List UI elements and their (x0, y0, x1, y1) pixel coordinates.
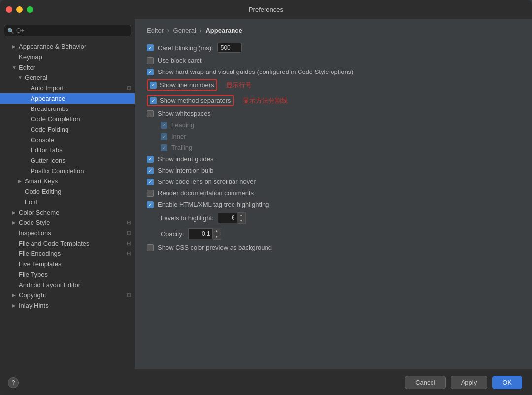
sidebar-item-label: Code Editing (25, 188, 131, 195)
sidebar-item-keymap[interactable]: Keymap (0, 52, 135, 62)
spacer-icon (12, 282, 17, 287)
copy-icon: ⊞ (127, 219, 131, 226)
sidebar-item-label: General (25, 74, 131, 81)
label-code-lens: Show code lens on scrollbar hover (158, 178, 256, 185)
breadcrumb-separator: › (200, 27, 201, 34)
checkbox-hard-wrap[interactable] (147, 69, 154, 75)
label-method-separators: Show method separators (160, 97, 231, 104)
minimize-button[interactable] (16, 6, 23, 13)
sidebar-item-label: Copyright (19, 291, 125, 299)
cancel-button[interactable]: Cancel (405, 376, 445, 389)
checkbox-caret-blinking[interactable] (147, 44, 154, 51)
checkbox-leading[interactable] (161, 122, 167, 129)
sidebar-item-auto-import[interactable]: Auto Import ⊞ (0, 83, 135, 93)
checkbox-trailing[interactable] (161, 144, 167, 151)
search-box[interactable]: 🔍 (4, 25, 131, 36)
spacer-icon (12, 272, 17, 277)
annotation-method-separators: 显示方法分割线 (243, 96, 288, 105)
spinner-up-levels[interactable]: ▲ (237, 213, 245, 218)
option-indent-guides: Show indent guides (147, 155, 520, 163)
input-caret-blinking[interactable] (217, 43, 242, 53)
checkbox-code-lens[interactable] (147, 179, 154, 185)
sidebar-item-smart-keys[interactable]: ▶ Smart Keys (0, 176, 135, 186)
spinner-levels-highlight[interactable]: ▲ ▼ (218, 212, 246, 224)
sidebar-item-copyright[interactable]: ▶ Copyright ⊞ (0, 290, 135, 300)
title-bar: Preferences (0, 0, 532, 19)
sidebar-item-code-folding[interactable]: Code Folding (0, 124, 135, 135)
option-css-color-preview: Show CSS color preview as background (147, 244, 520, 251)
sidebar-item-inspections[interactable]: Inspections ⊞ (0, 228, 135, 238)
checkbox-inner[interactable] (161, 133, 167, 140)
sidebar-item-label: Auto Import (31, 84, 125, 92)
sidebar-item-file-types[interactable]: File Types (0, 269, 135, 280)
option-leading: Leading (161, 121, 520, 129)
highlight-line-numbers: Show line numbers (147, 79, 217, 91)
label-css-color-preview: Show CSS color preview as background (158, 244, 272, 251)
sidebar-item-font[interactable]: Font (0, 197, 135, 207)
label-inner: Inner (171, 133, 186, 140)
checkbox-css-color-preview[interactable] (147, 244, 154, 251)
help-button[interactable]: ? (8, 377, 19, 388)
search-input[interactable] (4, 25, 131, 36)
spacer-icon (12, 230, 17, 236)
close-button[interactable] (6, 6, 12, 13)
spinner-buttons-levels: ▲ ▼ (237, 212, 246, 224)
copy-icon: ⊞ (127, 251, 131, 257)
sidebar-item-code-style[interactable]: ▶ Code Style ⊞ (0, 217, 135, 228)
sidebar-item-live-templates[interactable]: Live Templates (0, 259, 135, 269)
sidebar-item-color-scheme[interactable]: ▶ Color Scheme (0, 207, 135, 217)
sidebar-item-console[interactable]: Console (0, 135, 135, 145)
option-html-xml: Enable HTML/XML tag tree highlighting (147, 201, 520, 208)
sidebar-item-appearance[interactable]: Appearance (0, 93, 135, 104)
copy-icon: ⊞ (127, 230, 131, 236)
apply-button[interactable]: Apply (451, 376, 488, 389)
sidebar-item-editor-tabs[interactable]: Editor Tabs (0, 145, 135, 155)
label-trailing: Trailing (171, 144, 192, 151)
checkbox-html-xml[interactable] (147, 201, 154, 208)
spacer-icon (24, 127, 29, 132)
maximize-button[interactable] (27, 6, 33, 13)
chevron-right-icon: ▶ (12, 292, 17, 298)
sidebar-item-code-completion[interactable]: Code Completion (0, 114, 135, 124)
checkbox-intention-bulb[interactable] (147, 167, 154, 174)
option-intention-bulb: Show intention bulb (147, 167, 520, 174)
option-caret-blinking: Caret blinking (ms): (147, 43, 520, 53)
sidebar-item-code-editing[interactable]: Code Editing (0, 186, 135, 197)
label-block-caret: Use block caret (158, 57, 202, 64)
sidebar-item-general[interactable]: ▼ General (0, 72, 135, 83)
checkbox-render-docs[interactable] (147, 190, 154, 197)
checkbox-block-caret[interactable] (147, 57, 154, 64)
option-hard-wrap: Show hard wrap and visual guides (config… (147, 68, 520, 75)
spinner-opacity[interactable]: ▲ ▼ (188, 228, 221, 240)
sidebar-item-gutter-icons[interactable]: Gutter Icons (0, 155, 135, 166)
sidebar-item-appearance-behavior[interactable]: ▶ Appearance & Behavior (0, 41, 135, 52)
sidebar-item-label: Android Layout Editor (19, 281, 131, 288)
sidebar-item-file-code-templates[interactable]: File and Code Templates ⊞ (0, 238, 135, 249)
option-trailing: Trailing (161, 144, 520, 151)
sidebar-item-postfix-completion[interactable]: Postfix Completion (0, 166, 135, 176)
sidebar-item-label: Postfix Completion (31, 167, 131, 175)
annotation-line-numbers: 显示行号 (226, 81, 252, 90)
window-title: Preferences (249, 6, 283, 13)
sidebar-item-inlay-hints[interactable]: ▶ Inlay Hints (0, 300, 135, 311)
sidebar-item-editor[interactable]: ▼ Editor (0, 62, 135, 72)
checkbox-show-whitespaces[interactable] (147, 110, 154, 117)
search-icon: 🔍 (7, 28, 14, 34)
checkbox-method-separators[interactable] (150, 97, 157, 104)
spacer-icon (12, 54, 17, 60)
spinner-down-opacity[interactable]: ▼ (213, 234, 221, 239)
spinner-up-opacity[interactable]: ▲ (213, 228, 221, 234)
ok-button[interactable]: OK (492, 376, 522, 389)
breadcrumb-part: General (173, 27, 196, 34)
spacer-icon (12, 251, 17, 256)
sidebar-item-label: Live Templates (19, 260, 131, 268)
input-opacity[interactable] (188, 228, 213, 239)
sidebar-item-breadcrumbs[interactable]: Breadcrumbs (0, 104, 135, 114)
sidebar-item-file-encodings[interactable]: File Encodings ⊞ (0, 249, 135, 259)
checkbox-indent-guides[interactable] (147, 156, 154, 163)
checkbox-line-numbers[interactable] (150, 82, 157, 89)
input-levels-highlight[interactable] (218, 213, 237, 223)
sidebar-item-android-layout-editor[interactable]: Android Layout Editor (0, 280, 135, 290)
spinner-down-levels[interactable]: ▼ (237, 218, 245, 223)
label-indent-guides: Show indent guides (158, 155, 213, 163)
